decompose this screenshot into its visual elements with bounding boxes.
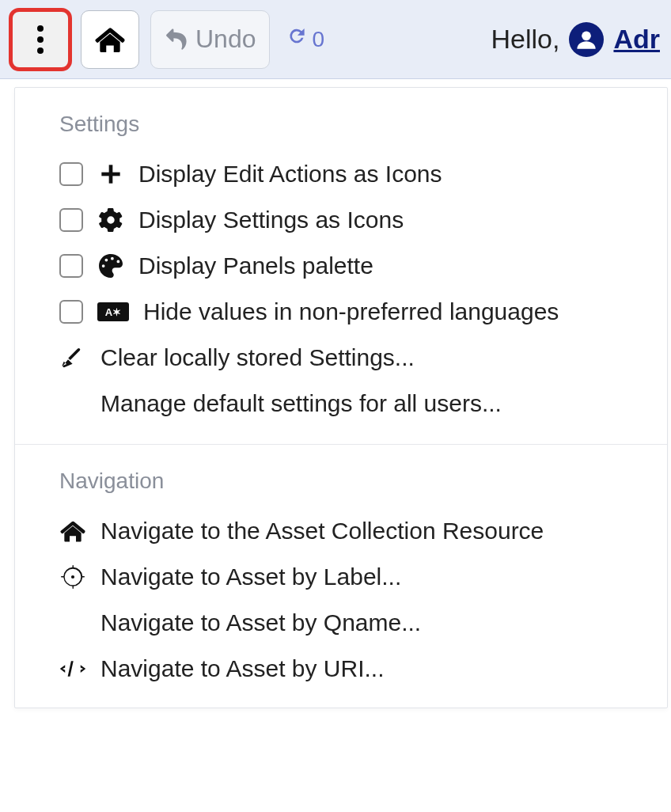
menu-item-nav-by-uri[interactable]: Navigate to Asset by URI... xyxy=(15,646,667,692)
navigation-section-title: Navigation xyxy=(15,445,667,508)
top-toolbar: Undo 0 Hello, Adr xyxy=(0,0,671,79)
menu-item-label: Navigate to Asset by Qname... xyxy=(100,609,667,636)
refresh-count: 0 xyxy=(313,27,325,52)
settings-dropdown: Settings Display Edit Actions as Icons D… xyxy=(14,87,668,708)
user-link[interactable]: Adr xyxy=(613,24,660,55)
menu-item-label: Hide values in non-preferred languages xyxy=(143,298,667,325)
user-greeting: Hello, Adr xyxy=(491,22,661,57)
menu-item-nav-by-label[interactable]: Navigate to Asset by Label... xyxy=(15,554,667,600)
menu-item-label: Navigate to the Asset Collection Resourc… xyxy=(100,518,667,544)
menu-item-nav-asset-collection[interactable]: Navigate to the Asset Collection Resourc… xyxy=(15,508,667,554)
checkbox[interactable] xyxy=(59,208,83,232)
gear-icon xyxy=(97,207,124,233)
menu-item-label: Display Settings as Icons xyxy=(138,207,667,233)
svg-point-0 xyxy=(37,25,44,32)
code-icon xyxy=(59,655,86,682)
greeting-text: Hello, xyxy=(491,24,560,55)
language-icon: A✶ xyxy=(97,302,129,321)
user-avatar-icon xyxy=(569,22,604,57)
checkbox[interactable] xyxy=(59,254,83,278)
undo-label: Undo xyxy=(195,25,256,54)
more-menu-button[interactable] xyxy=(11,10,70,69)
menu-item-display-panels-palette[interactable]: Display Panels palette xyxy=(15,243,667,289)
kebab-icon xyxy=(36,24,44,55)
menu-item-display-edit-icons[interactable]: Display Edit Actions as Icons xyxy=(15,151,667,197)
menu-item-hide-nonpreferred-languages[interactable]: A✶ Hide values in non-preferred language… xyxy=(15,289,667,335)
svg-point-1 xyxy=(37,36,44,43)
menu-item-display-settings-icons[interactable]: Display Settings as Icons xyxy=(15,197,667,243)
home-icon xyxy=(59,518,86,544)
crosshair-icon xyxy=(59,563,86,590)
undo-button[interactable]: Undo xyxy=(150,10,270,69)
checkbox[interactable] xyxy=(59,162,83,186)
menu-item-label: Display Edit Actions as Icons xyxy=(138,161,667,188)
menu-item-label: Display Panels palette xyxy=(138,252,667,279)
svg-rect-5 xyxy=(101,173,119,176)
settings-section-title: Settings xyxy=(15,88,667,151)
menu-item-label: Navigate to Asset by Label... xyxy=(100,563,667,590)
menu-item-label: Clear locally stored Settings... xyxy=(100,344,667,371)
broom-icon xyxy=(59,344,86,371)
svg-point-6 xyxy=(71,575,74,579)
svg-point-3 xyxy=(582,31,592,40)
home-icon xyxy=(95,26,125,53)
refresh-status[interactable]: 0 xyxy=(286,25,325,53)
menu-item-nav-by-qname[interactable]: Navigate to Asset by Qname... xyxy=(15,600,667,646)
menu-item-manage-default-settings[interactable]: Manage default settings for all users... xyxy=(15,381,667,427)
home-button[interactable] xyxy=(81,10,139,69)
checkbox[interactable] xyxy=(59,300,83,324)
palette-icon xyxy=(97,252,124,279)
svg-point-2 xyxy=(37,47,44,54)
plus-icon xyxy=(97,161,124,188)
menu-item-label: Navigate to Asset by URI... xyxy=(100,655,667,682)
refresh-icon xyxy=(286,25,308,53)
menu-item-clear-local-settings[interactable]: Clear locally stored Settings... xyxy=(15,335,667,381)
menu-item-label: Manage default settings for all users... xyxy=(100,390,667,417)
undo-icon xyxy=(164,28,188,51)
